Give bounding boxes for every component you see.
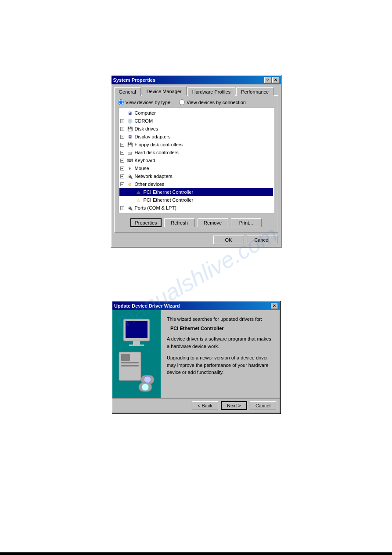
wizard-button-row: < Back Next > Cancel: [112, 398, 280, 413]
wizard-close-button[interactable]: ✕: [271, 303, 278, 309]
expand-icon[interactable]: +: [120, 119, 124, 123]
list-item[interactable]: + 💾 Disk drives: [119, 125, 273, 133]
view-options: View devices by type View devices by con…: [118, 99, 274, 105]
mouse-icon: 🖱: [126, 165, 133, 172]
wizard-device-name: PCI Ethernet Controller: [170, 325, 273, 332]
expand-icon[interactable]: +: [120, 143, 124, 147]
view-by-connection-option[interactable]: View devices by connection: [179, 99, 246, 105]
refresh-button[interactable]: Refresh: [164, 218, 195, 227]
tab-bar: General Device Manager Hardware Profiles…: [111, 84, 281, 95]
list-item[interactable]: + 💾 Floppy disk controllers: [119, 141, 273, 149]
list-item[interactable]: + ⌨ Keyboard: [119, 156, 273, 164]
ports-icon: 🔌: [126, 204, 133, 211]
device-tree[interactable]: 🖥 Computer + 💿 CDROM + 💾 Disk drives: [118, 108, 274, 213]
expand-icon[interactable]: −: [120, 182, 124, 186]
cancel-button[interactable]: Cancel: [247, 236, 277, 244]
print-button[interactable]: Print...: [231, 218, 262, 227]
device-label: Floppy disk controllers: [135, 142, 183, 147]
list-item[interactable]: + 💿 CDROM: [119, 117, 273, 125]
wizard-desc1: A device driver is a software program th…: [167, 335, 273, 350]
device-label: Disk drives: [135, 126, 158, 131]
wizard-intro-text: This wizard searches for updated drivers…: [167, 316, 273, 323]
device-label: PCI Ethernet Controller: [144, 197, 194, 203]
list-item[interactable]: + 🖥 Display adapters: [119, 133, 273, 141]
expand-icon[interactable]: +: [120, 174, 124, 178]
list-item[interactable]: + 🖴 Hard disk controllers: [119, 149, 273, 156]
expand-icon[interactable]: +: [120, 151, 124, 155]
svg-rect-7: [121, 362, 139, 363]
floppy-icon: 💾: [126, 141, 133, 148]
list-item[interactable]: − ⚙ Other devices: [119, 180, 273, 188]
expand-icon[interactable]: +: [120, 135, 124, 139]
svg-rect-2: [126, 321, 147, 338]
wizard-cancel-button[interactable]: Cancel: [250, 401, 276, 410]
view-by-type-option[interactable]: View devices by type: [118, 99, 171, 105]
wizard-illustration-panel: [112, 310, 161, 398]
expand-icon[interactable]: +: [120, 206, 124, 210]
list-item[interactable]: ⚠ PCI Ethernet Controller: [119, 196, 273, 204]
dialog-bottom-buttons: OK Cancel: [111, 233, 281, 247]
device-label: Display adapters: [135, 134, 171, 139]
properties-button[interactable]: Properties: [130, 218, 161, 227]
list-item[interactable]: + 🔊 Sound, video and game controllers: [119, 212, 273, 213]
expand-icon[interactable]: +: [120, 159, 124, 163]
tab-hardware-profiles[interactable]: Hardware Profiles: [187, 87, 235, 96]
device-label: Other devices: [135, 181, 165, 187]
device-label: Ports (COM & LPT): [135, 205, 176, 210]
wizard-titlebar-buttons: ✕: [271, 303, 278, 309]
device-label: Network adapters: [135, 174, 173, 179]
remove-button[interactable]: Remove: [198, 218, 228, 227]
svg-rect-8: [121, 365, 139, 366]
computer-svg: [112, 310, 161, 398]
view-by-connection-label: View devices by connection: [187, 100, 246, 105]
svg-rect-6: [121, 354, 130, 361]
bottom-bar: [0, 552, 392, 555]
svg-rect-4: [129, 345, 144, 346]
device-label: Hard disk controllers: [135, 150, 179, 155]
sound-icon: 🔊: [126, 212, 133, 213]
disk-icon: 💾: [126, 125, 133, 132]
display-icon: 🖥: [126, 133, 133, 140]
svg-rect-3: [133, 341, 140, 345]
keyboard-icon: ⌨: [126, 157, 133, 164]
system-properties-dialog: System Properties ? ✕ General Device Man…: [111, 75, 282, 248]
device-label: PCI Ethernet Controller: [144, 189, 194, 195]
update-wizard-dialog: Update Device Driver Wizard ✕: [111, 301, 281, 414]
tab-general[interactable]: General: [114, 87, 141, 96]
back-button[interactable]: < Back: [192, 401, 218, 410]
ok-button[interactable]: OK: [213, 236, 244, 244]
other-icon: ⚙: [126, 181, 133, 188]
help-button[interactable]: ?: [264, 77, 271, 83]
view-by-connection-radio[interactable]: [179, 99, 185, 105]
tab-device-manager[interactable]: Device Manager: [142, 87, 187, 96]
action-button-row: Properties Refresh Remove Print...: [118, 217, 274, 229]
titlebar-title-group: System Properties: [113, 77, 156, 83]
list-item[interactable]: ⚠ PCI Ethernet Controller: [119, 188, 273, 196]
system-properties-title: System Properties: [113, 77, 156, 83]
computer-icon: 🖥: [126, 109, 133, 116]
titlebar-buttons: ? ✕: [264, 77, 279, 83]
device-label: CDROM: [135, 118, 153, 123]
view-by-type-radio[interactable]: [118, 99, 124, 105]
expand-icon[interactable]: +: [120, 167, 124, 170]
warn-icon: ⚠: [135, 189, 142, 196]
list-item[interactable]: 🖥 Computer: [119, 109, 273, 117]
wizard-titlebar: Update Device Driver Wizard ✕: [112, 301, 280, 310]
warn-icon: ⚠: [135, 196, 142, 203]
svg-point-10: [144, 376, 151, 383]
device-label: Computer: [135, 110, 156, 116]
wizard-title: Update Device Driver Wizard: [114, 303, 180, 308]
wizard-content-area: This wizard searches for updated drivers…: [112, 310, 280, 398]
next-button[interactable]: Next >: [221, 401, 247, 410]
list-item[interactable]: + 🔌 Network adapters: [119, 172, 273, 180]
device-label: Mouse: [135, 166, 149, 171]
expand-icon[interactable]: +: [120, 127, 124, 131]
close-button[interactable]: ✕: [272, 77, 279, 83]
page-container: System Properties ? ✕ General Device Man…: [0, 0, 392, 555]
list-item[interactable]: + 🔌 Ports (COM & LPT): [119, 204, 273, 212]
system-properties-titlebar: System Properties ? ✕: [111, 76, 281, 84]
list-item[interactable]: + 🖱 Mouse: [119, 164, 273, 172]
view-by-type-label: View devices by type: [126, 100, 171, 105]
wizard-title-group: Update Device Driver Wizard: [114, 303, 180, 308]
tab-performance[interactable]: Performance: [236, 87, 273, 96]
